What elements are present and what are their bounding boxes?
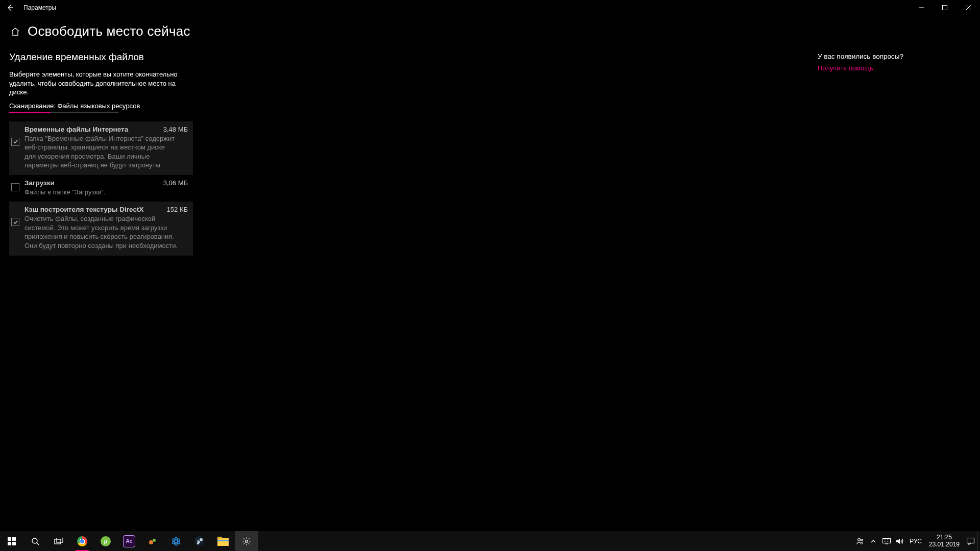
cleanup-checkbox[interactable] xyxy=(11,183,19,191)
svg-point-8 xyxy=(149,540,153,544)
app-title: Параметры xyxy=(23,4,56,11)
cleanup-checkbox-wrap xyxy=(11,207,19,226)
tray-time: 21:25 xyxy=(929,534,960,541)
search-button[interactable] xyxy=(23,531,47,551)
steam-icon xyxy=(194,536,205,546)
svg-rect-17 xyxy=(217,537,222,539)
cleanup-item-desc: Файлы в папке "Загрузки". xyxy=(24,188,178,197)
battlenet-icon xyxy=(171,536,181,546)
page-header: Освободить место сейчас xyxy=(0,15,980,46)
titlebar-left: Параметры xyxy=(4,2,56,14)
taskbar-left: µ Ae xyxy=(0,531,258,551)
cleanup-checkbox[interactable] xyxy=(11,218,19,226)
svg-rect-18 xyxy=(217,540,229,541)
maximize-button[interactable] xyxy=(933,0,957,15)
cleanup-item[interactable]: Загрузки 3,06 МБ Файлы в папке "Загрузки… xyxy=(9,175,193,202)
tray-keyboard-icon[interactable] xyxy=(880,531,893,552)
aftereffects-icon: Ae xyxy=(123,535,135,547)
svg-rect-4 xyxy=(12,542,16,545)
tray-people-icon[interactable] xyxy=(853,531,867,552)
cleanup-item-head: Временные файлы Интернета 3,48 МБ xyxy=(24,126,188,133)
action-center-icon xyxy=(967,538,974,545)
svg-point-19 xyxy=(246,540,248,542)
minimize-button[interactable] xyxy=(910,0,933,15)
tray-volume-icon[interactable] xyxy=(893,531,906,552)
tray-clock[interactable]: 21:25 23.01.2019 xyxy=(925,534,964,548)
home-icon xyxy=(11,27,20,36)
page-body: Удаление временных файлов Выберите элеме… xyxy=(0,46,980,529)
task-view-button[interactable] xyxy=(47,531,70,551)
svg-point-20 xyxy=(858,538,861,541)
svg-point-9 xyxy=(153,539,156,542)
taskbar-app-battlenet[interactable] xyxy=(164,531,188,551)
volume-icon xyxy=(896,538,903,545)
section-description: Выберите элементы, которые вы хотите око… xyxy=(9,70,183,97)
check-icon xyxy=(13,139,18,144)
show-desktop-button[interactable] xyxy=(977,531,980,552)
svg-rect-23 xyxy=(967,538,974,543)
cleanup-item[interactable]: Временные файлы Интернета 3,48 МБ Папка … xyxy=(9,121,193,175)
svg-point-21 xyxy=(861,539,863,541)
chrome-icon xyxy=(77,536,87,546)
tray-chevron-up[interactable] xyxy=(867,531,880,552)
taskbar-app-steam[interactable] xyxy=(188,531,211,551)
chevron-up-icon xyxy=(871,539,876,544)
check-icon xyxy=(13,219,18,225)
taskbar-app-aftereffects[interactable]: Ae xyxy=(117,531,141,551)
cleanup-item[interactable]: Кэш построителя текстуры DirectX 152 КБ … xyxy=(9,202,193,255)
taskbar-app-file-explorer[interactable] xyxy=(211,531,235,551)
tray-date: 23.01.2019 xyxy=(929,541,960,548)
help-question: У вас появились вопросы? xyxy=(818,53,961,60)
tray-language[interactable]: РУС xyxy=(906,538,925,545)
utorrent-icon: µ xyxy=(101,536,111,546)
cleanup-item-body: Временные файлы Интернета 3,48 МБ Папка … xyxy=(24,126,188,170)
svg-rect-16 xyxy=(217,538,229,546)
maximize-icon xyxy=(942,5,947,10)
cleanup-item-desc: Очистить файлы, созданные графической си… xyxy=(24,214,178,250)
cleanup-checkbox[interactable] xyxy=(11,138,19,146)
svg-rect-22 xyxy=(883,538,890,543)
tray-action-center[interactable] xyxy=(964,531,977,552)
svg-rect-3 xyxy=(8,542,11,545)
task-view-icon xyxy=(54,538,63,545)
svg-rect-7 xyxy=(57,538,63,542)
section-title: Удаление временных файлов xyxy=(9,52,305,63)
app-icon xyxy=(148,536,158,546)
start-button[interactable] xyxy=(0,531,23,551)
cleanup-item-size: 3,48 МБ xyxy=(163,126,188,133)
cleanup-item-head: Кэш построителя текстуры DirectX 152 КБ xyxy=(24,206,188,213)
taskbar-app-settings[interactable] xyxy=(235,531,258,551)
windows-icon xyxy=(8,537,16,545)
cleanup-checkbox-wrap xyxy=(11,180,19,191)
cleanup-item-title: Временные файлы Интернета xyxy=(24,126,128,133)
svg-point-5 xyxy=(32,538,37,543)
taskbar-app-generic-1[interactable] xyxy=(141,531,164,551)
search-icon xyxy=(31,537,39,545)
cleanup-item-body: Кэш построителя текстуры DirectX 152 КБ … xyxy=(24,206,188,250)
cleanup-item-size: 152 КБ xyxy=(167,206,188,213)
close-button[interactable] xyxy=(957,0,980,15)
taskbar-right: РУС 21:25 23.01.2019 xyxy=(853,531,980,551)
svg-rect-2 xyxy=(12,537,16,541)
home-button[interactable] xyxy=(10,27,20,37)
svg-point-11 xyxy=(175,537,178,545)
cleanup-item-title: Загрузки xyxy=(24,179,55,187)
arrow-left-icon xyxy=(6,4,14,12)
cleanup-item-title: Кэш построителя текстуры DirectX xyxy=(24,206,143,213)
scan-status: Сканирование: Файлы языковых ресурсов xyxy=(9,102,305,110)
get-help-link[interactable]: Получить помощь xyxy=(818,64,961,72)
people-icon xyxy=(856,537,864,545)
titlebar: Параметры xyxy=(0,0,980,15)
scan-progress-fill xyxy=(9,112,51,113)
taskbar-app-chrome[interactable] xyxy=(70,531,94,551)
cleanup-item-list: Временные файлы Интернета 3,48 МБ Папка … xyxy=(9,121,193,256)
cleanup-item-desc: Папка "Временные файлы Интернета" содерж… xyxy=(24,134,178,170)
taskbar-app-utorrent[interactable]: µ xyxy=(94,531,117,551)
taskbar: µ Ae xyxy=(0,531,980,551)
file-explorer-icon xyxy=(217,537,229,546)
main-column: Удаление временных файлов Выберите элеме… xyxy=(9,52,305,529)
cleanup-item-size: 3,06 МБ xyxy=(163,179,188,187)
minimize-icon xyxy=(919,5,924,10)
back-button[interactable] xyxy=(4,2,16,14)
keyboard-icon xyxy=(883,538,891,544)
